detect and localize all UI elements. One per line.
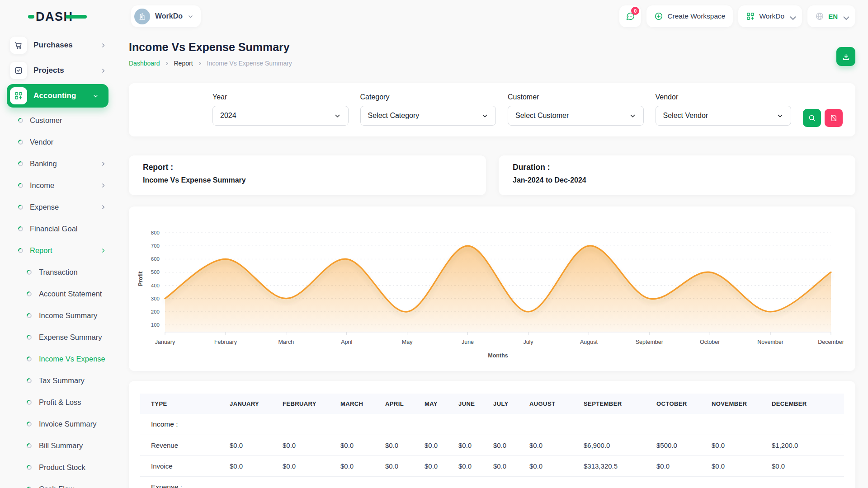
cell-invoice-february: $0.0 — [283, 456, 340, 477]
cell-revenue-february: $0.0 — [283, 435, 340, 456]
year-select-value: 2024 — [220, 112, 236, 120]
workspace-name: WorkDo — [155, 12, 183, 20]
sidebar-item-report[interactable]: Report — [0, 239, 120, 261]
svg-text:October: October — [700, 339, 720, 345]
breadcrumb-item-report[interactable]: Report — [174, 60, 193, 67]
sidebar-item-expense-summary[interactable]: Expense Summary — [0, 326, 120, 348]
svg-text:August: August — [580, 339, 598, 345]
breadcrumb-separator-icon — [165, 61, 170, 66]
cell-invoice-august: $0.0 — [529, 456, 584, 477]
category-label: Category — [360, 93, 496, 101]
ring-icon — [26, 465, 32, 470]
sidebar-item-label: Income Summary — [39, 311, 97, 320]
download-button[interactable] — [836, 47, 855, 66]
vendor-select[interactable]: Select Vendor — [656, 106, 792, 126]
topbar: WorkDo 0 Create Workspace WorkDo — [120, 5, 855, 27]
sidebar-item-purchases[interactable]: Purchases — [0, 33, 120, 57]
workspace-menu-button[interactable]: WorkDo — [738, 5, 802, 27]
ring-icon — [26, 269, 32, 275]
workspace-menu-label: WorkDo — [759, 12, 784, 20]
svg-text:April: April — [341, 339, 352, 345]
reset-filter-button[interactable] — [825, 109, 843, 127]
sidebar-item-label: Tax Summary — [39, 376, 85, 385]
sidebar-item-label: Expense Summary — [39, 333, 102, 342]
sidebar-item-bill-summary[interactable]: Bill Summary — [0, 435, 120, 456]
sidebar-item-income[interactable]: Income — [0, 174, 120, 196]
sidebar-item-transaction[interactable]: Transaction — [0, 261, 120, 283]
check-square-icon — [10, 62, 27, 79]
messages-button[interactable]: 0 — [619, 5, 641, 27]
sidebar-item-product-stock[interactable]: Product Stock — [0, 456, 120, 478]
sidebar-item-financial-goal[interactable]: Financial Goal — [0, 218, 120, 239]
sidebar-item-label: Profit & Loss — [39, 398, 81, 407]
sidebar-item-income-vs-expense[interactable]: Income Vs Expense — [0, 348, 120, 370]
language-button[interactable]: EN — [807, 5, 855, 27]
sidebar-item-label: Transaction — [39, 268, 78, 277]
sidebar-item-cash-flow[interactable]: Cash Flow — [0, 478, 120, 488]
cell-revenue-may: $0.0 — [425, 435, 458, 456]
duration-card: Duration : Jan-2024 to Dec-2024 — [499, 155, 855, 195]
cell-revenue-september: $6,900.0 — [584, 435, 656, 456]
grid-plus-icon — [10, 87, 27, 104]
app-logo[interactable]: DASH — [28, 8, 88, 27]
svg-text:800: 800 — [151, 230, 160, 235]
apply-filter-button[interactable] — [803, 109, 821, 127]
cell-invoice-september: $313,320.5 — [584, 456, 656, 477]
sidebar-item-label: Report — [30, 246, 52, 255]
ring-icon — [18, 226, 24, 232]
customer-select[interactable]: Select Customer — [508, 106, 644, 126]
row-type: Invoice — [140, 456, 230, 477]
cell-revenue-january: $0.0 — [230, 435, 283, 456]
ring-icon — [18, 183, 24, 188]
cell-revenue-november: $0.0 — [712, 435, 772, 456]
column-header-june: JUNE — [458, 394, 493, 414]
sidebar-item-label: Bill Summary — [39, 441, 83, 450]
create-workspace-button[interactable]: Create Workspace — [646, 5, 733, 27]
sidebar-nav: PurchasesProjectsAccountingCustomerVendo… — [0, 33, 120, 488]
table-row-revenue: Revenue$0.0$0.0$0.0$0.0$0.0$0.0$0.0$0.0$… — [140, 435, 844, 456]
ring-icon — [18, 117, 24, 123]
sidebar-item-label: Account Statement — [39, 290, 102, 298]
ring-icon — [26, 443, 32, 449]
breadcrumb-link-dashboard[interactable]: Dashboard — [129, 60, 160, 67]
download-icon — [842, 52, 850, 61]
filter-card: Year 2024 Category Select Category Custo… — [129, 83, 855, 136]
messages-badge: 0 — [631, 7, 639, 15]
sidebar-item-account-statement[interactable]: Account Statement — [0, 283, 120, 305]
sidebar-item-vendor[interactable]: Vendor — [0, 131, 120, 153]
sidebar-item-profit-loss[interactable]: Profit & Loss — [0, 391, 120, 413]
sidebar-item-projects[interactable]: Projects — [0, 59, 120, 82]
sidebar-item-accounting[interactable]: Accounting — [7, 84, 108, 108]
sidebar-item-income-summary[interactable]: Income Summary — [0, 305, 120, 326]
svg-text:June: June — [462, 339, 474, 345]
workspace-selector[interactable]: WorkDo — [131, 5, 201, 27]
svg-text:September: September — [636, 339, 663, 345]
sidebar-item-expense[interactable]: Expense — [0, 196, 120, 218]
svg-text:December: December — [818, 339, 844, 345]
column-header-may: MAY — [425, 394, 458, 414]
category-select[interactable]: Select Category — [360, 106, 496, 126]
column-header-february: FEBRUARY — [283, 394, 340, 414]
cell-revenue-december: $1,200.0 — [772, 435, 844, 456]
chart-card: 100200300400500600700800JanuaryFebruaryM… — [129, 206, 855, 371]
cell-invoice-october: $0.0 — [656, 456, 712, 477]
sidebar-item-customer[interactable]: Customer — [0, 109, 120, 131]
page-title: Income Vs Expense Summary — [129, 41, 855, 53]
sidebar-item-invoice-summary[interactable]: Invoice Summary — [0, 413, 120, 435]
chevron-right-icon — [100, 68, 106, 74]
svg-text:July: July — [523, 339, 533, 345]
cell-revenue-april: $0.0 — [385, 435, 425, 456]
cell-revenue-march: $0.0 — [340, 435, 385, 456]
cell-invoice-november: $0.0 — [712, 456, 772, 477]
column-header-august: AUGUST — [529, 394, 584, 414]
sidebar-item-label: Income Vs Expense — [39, 355, 105, 363]
year-label: Year — [212, 93, 349, 101]
sidebar-item-tax-summary[interactable]: Tax Summary — [0, 370, 120, 391]
svg-text:300: 300 — [151, 296, 160, 301]
logo-accent-bar — [66, 15, 87, 19]
filter-field-year: Year 2024 — [212, 93, 349, 127]
year-select[interactable]: 2024 — [212, 106, 349, 126]
sidebar-item-banking[interactable]: Banking — [0, 153, 120, 174]
column-header-type: TYPE — [140, 394, 230, 414]
chevron-down-icon — [188, 14, 193, 19]
